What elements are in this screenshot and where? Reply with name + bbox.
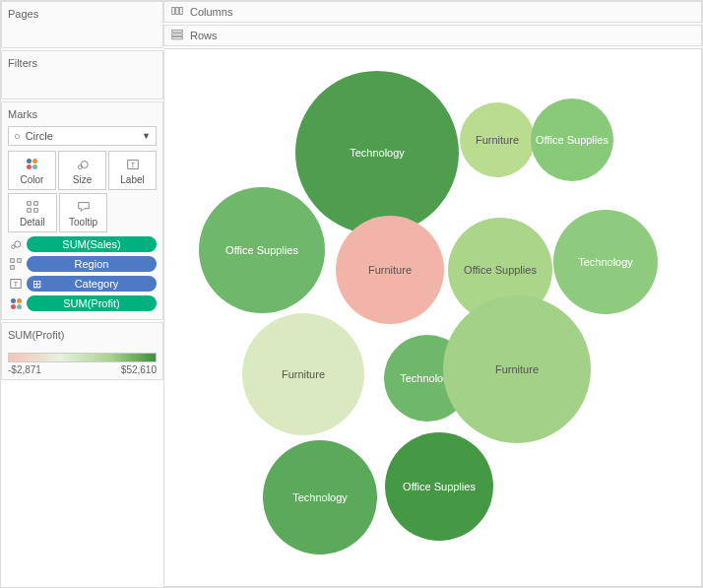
color-button-label: Color [21,174,44,185]
pages-title: Pages [8,6,157,26]
marks-shape-select[interactable]: ○ Circle ▼ [8,126,157,146]
svg-rect-15 [172,8,175,15]
svg-rect-7 [34,208,38,212]
legend-max: $52,610 [121,364,157,375]
legend-min: -$2,871 [8,364,41,375]
circle-icon: ○ [14,130,21,142]
color-icon [8,298,24,309]
svg-text:T: T [130,161,135,167]
columns-label: Columns [190,6,232,18]
label-icon: T [8,277,24,291]
bubble[interactable]: Office Supplies [199,187,325,313]
bubble-label: Furniture [495,363,539,375]
size-button[interactable]: Size [58,151,106,190]
legend-title: SUM(Profit) [8,327,157,347]
marks-shape-label: Circle [26,130,53,142]
size-icon [8,237,24,251]
mark-shelf-detail[interactable]: Region [8,256,157,272]
bubble-label: Furniture [368,264,412,276]
columns-icon [170,4,184,20]
bubble[interactable]: Furniture [460,102,535,177]
bubble-label: Office Supplies [536,134,608,146]
detail-icon [26,199,39,215]
size-icon [76,157,90,172]
marks-panel: Marks ○ Circle ▼ Color [1,101,163,320]
tooltip-button[interactable]: Tooltip [59,193,108,232]
pages-panel: Pages [1,1,163,48]
tooltip-button-label: Tooltip [69,217,97,228]
svg-rect-11 [18,259,22,263]
svg-rect-12 [11,266,15,270]
bubble[interactable]: Furniture [336,216,444,324]
svg-rect-5 [34,201,38,205]
svg-rect-17 [180,8,183,15]
bubble-label: Technology [578,256,633,268]
detail-icon [8,257,24,271]
pill-sum-sales[interactable]: SUM(Sales) [27,236,157,252]
bubble-label: Office Supplies [225,244,298,256]
rows-icon [170,28,184,43]
bubble[interactable]: Office Supplies [385,432,493,541]
detail-button-label: Detail [20,217,45,228]
chevron-down-icon: ▼ [142,131,151,141]
color-icon [27,157,37,172]
bubble[interactable]: Office Supplies [531,98,613,181]
bubble-label: Technology [350,147,405,159]
legend-gradient [8,353,157,362]
tooltip-icon [77,199,91,215]
svg-rect-6 [28,208,32,212]
pill-region[interactable]: Region [27,256,157,272]
rows-shelf[interactable]: Rows [163,25,702,46]
filters-title: Filters [8,55,157,75]
label-icon: T [126,157,140,172]
mark-shelf-label[interactable]: T ⊞ Category [8,276,157,292]
bubble[interactable]: Furniture [242,313,364,435]
size-button-label: Size [73,174,92,185]
svg-rect-18 [172,31,183,33]
detail-button[interactable]: Detail [8,193,57,232]
mark-shelf-color[interactable]: SUM(Profit) [8,295,157,311]
viz-canvas[interactable]: TechnologyFurnitureOffice SuppliesOffice… [163,48,702,587]
bubble-label: Technology [292,491,348,503]
plus-icon: ⊞ [32,278,41,291]
bubble-label: Furniture [282,368,325,380]
pill-sum-profit[interactable]: SUM(Profit) [27,295,157,311]
label-button[interactable]: T Label [108,151,157,190]
svg-point-9 [15,241,21,247]
svg-rect-20 [172,37,183,39]
marks-title: Marks [8,106,157,126]
pill-category-label: Category [75,278,119,290]
bubble[interactable]: Technology [295,71,459,234]
color-legend: SUM(Profit) -$2,871 $52,610 [1,322,163,380]
label-button-label: Label [120,174,144,185]
svg-rect-16 [176,8,179,15]
svg-point-1 [81,161,88,167]
svg-text:T: T [14,281,19,288]
rows-label: Rows [190,30,218,41]
filters-panel: Filters [1,50,163,99]
bubble-label: Furniture [476,134,519,146]
bubble-label: Office Supplies [464,264,537,276]
color-button[interactable]: Color [8,151,56,190]
bubble[interactable]: Technology [263,440,377,555]
columns-shelf[interactable]: Columns [163,1,702,23]
bubble[interactable]: Technology [553,210,658,314]
pill-category[interactable]: ⊞ Category [27,276,157,292]
mark-shelf-size[interactable]: SUM(Sales) [8,236,157,252]
svg-rect-10 [11,259,15,263]
svg-rect-19 [172,33,183,35]
bubble-label: Office Supplies [403,481,476,492]
bubble[interactable]: Furniture [443,295,591,443]
svg-rect-4 [28,201,32,205]
